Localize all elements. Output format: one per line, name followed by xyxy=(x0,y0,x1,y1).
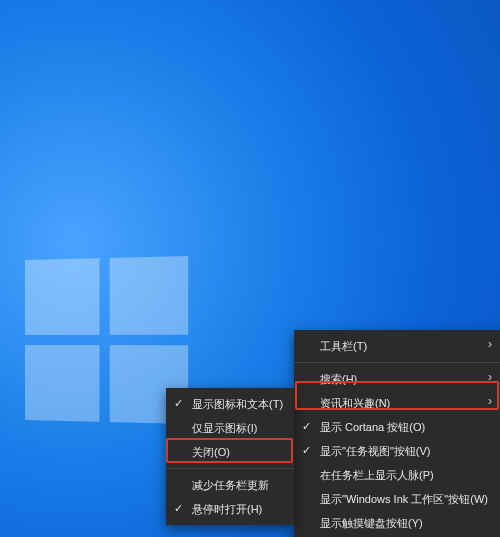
separator xyxy=(166,468,294,469)
submenu-item-icon-only[interactable]: 仅显示图标(I) xyxy=(166,416,294,440)
menu-label: 悬停时打开(H) xyxy=(192,502,262,517)
submenu-item-icon-text[interactable]: ✓ 显示图标和文本(T) xyxy=(166,392,294,416)
menu-item-people[interactable]: 在任务栏上显示人脉(P) xyxy=(294,463,500,487)
menu-label: 显示图标和文本(T) xyxy=(192,397,283,412)
menu-item-taskview[interactable]: ✓ 显示"任务视图"按钮(V) xyxy=(294,439,500,463)
menu-item-touch-keyboard[interactable]: 显示触摸键盘按钮(Y) xyxy=(294,511,500,535)
check-icon: ✓ xyxy=(174,397,183,410)
menu-label: 关闭(O) xyxy=(192,445,230,460)
menu-label: 资讯和兴趣(N) xyxy=(320,396,390,411)
menu-item-news-interests[interactable]: 资讯和兴趣(N) xyxy=(294,391,500,415)
windows-logo xyxy=(25,256,188,424)
check-icon: ✓ xyxy=(302,420,311,433)
check-icon: ✓ xyxy=(302,444,311,457)
menu-item-cortana[interactable]: ✓ 显示 Cortana 按钮(O) xyxy=(294,415,500,439)
menu-label: 显示 Cortana 按钮(O) xyxy=(320,420,425,435)
check-icon: ✓ xyxy=(174,502,183,515)
menu-label: 工具栏(T) xyxy=(320,339,367,354)
menu-label: 显示触摸键盘按钮(Y) xyxy=(320,516,423,531)
menu-label: 仅显示图标(I) xyxy=(192,421,257,436)
separator xyxy=(294,362,500,363)
menu-label: 显示"任务视图"按钮(V) xyxy=(320,444,430,459)
desktop-background: 工具栏(T) 搜索(H) 资讯和兴趣(N) ✓ 显示 Cortana 按钮(O)… xyxy=(0,0,500,537)
news-interests-submenu: ✓ 显示图标和文本(T) 仅显示图标(I) 关闭(O) 减少任务栏更新 ✓ 悬停… xyxy=(166,388,294,525)
submenu-item-close[interactable]: 关闭(O) xyxy=(166,440,294,464)
submenu-item-open-on-hover[interactable]: ✓ 悬停时打开(H) xyxy=(166,497,294,521)
menu-label: 显示"Windows Ink 工作区"按钮(W) xyxy=(320,492,488,507)
menu-label: 减少任务栏更新 xyxy=(192,478,269,493)
taskbar-context-menu: 工具栏(T) 搜索(H) 资讯和兴趣(N) ✓ 显示 Cortana 按钮(O)… xyxy=(294,330,500,537)
menu-label: 在任务栏上显示人脉(P) xyxy=(320,468,434,483)
menu-item-toolbars[interactable]: 工具栏(T) xyxy=(294,334,500,358)
menu-item-search[interactable]: 搜索(H) xyxy=(294,367,500,391)
menu-label: 搜索(H) xyxy=(320,372,357,387)
submenu-item-reduce-updates[interactable]: 减少任务栏更新 xyxy=(166,473,294,497)
menu-item-ink[interactable]: 显示"Windows Ink 工作区"按钮(W) xyxy=(294,487,500,511)
